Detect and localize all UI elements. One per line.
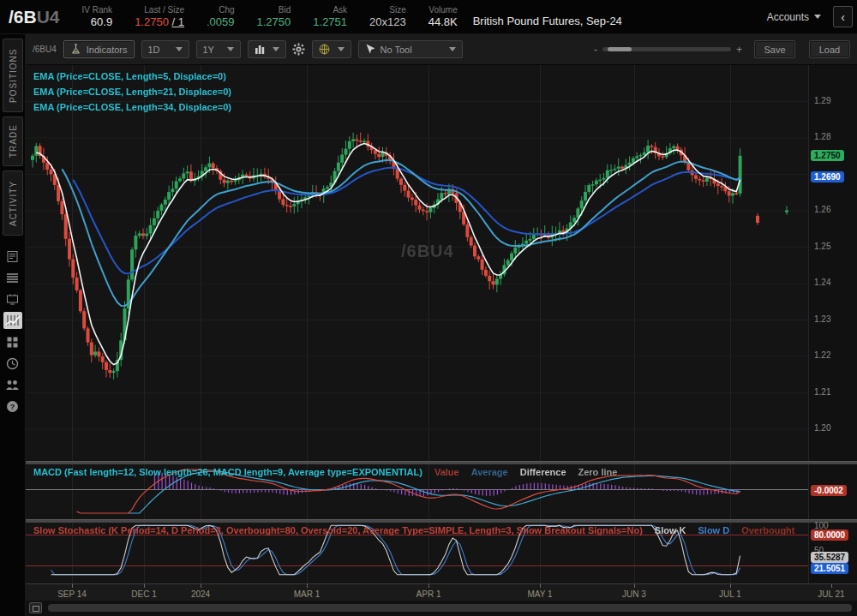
- price-chart-panel[interactable]: /6BU4 EMA (Price=CLOSE, Length=5, Displa…: [26, 65, 808, 461]
- chevron-down-icon: [273, 47, 279, 51]
- monitor-icon[interactable]: [3, 290, 22, 308]
- price-axis[interactable]: 1.29 1.28 1.26 1.25 1.24 1.23 1.22 1.21 …: [808, 65, 857, 461]
- watchlist-icon[interactable]: [3, 269, 22, 286]
- price-tick: 1.20: [814, 423, 830, 433]
- chg-value: .0059: [207, 15, 235, 29]
- macd-axis: -0.0002: [808, 464, 857, 519]
- ema21-study-label[interactable]: EMA (Price=CLOSE, Length=21, Displace=0): [33, 87, 231, 97]
- ema5-study-label[interactable]: EMA (Price=CLOSE, Length=5, Displace=0): [33, 71, 226, 81]
- history-icon[interactable]: [3, 355, 22, 372]
- ask-column: Ask 1.2751: [313, 4, 347, 29]
- price-tick: 1.29: [814, 96, 830, 105]
- macd-study-label[interactable]: MACD (Fast length=12, Slow length=26, MA…: [33, 467, 617, 477]
- save-button[interactable]: Save: [754, 40, 795, 58]
- charts-icon[interactable]: [3, 312, 22, 329]
- ema-value-badge: 1.2690: [811, 171, 844, 182]
- help-icon[interactable]: ?: [3, 398, 22, 415]
- price-tick: 1.24: [814, 278, 830, 287]
- zoom-in-button[interactable]: +: [731, 44, 747, 56]
- bottom-strip: [26, 601, 857, 616]
- news-icon[interactable]: [3, 248, 22, 265]
- volume-column: Volume 44.8K: [428, 4, 458, 29]
- globe-grid-icon: [319, 44, 330, 55]
- price-tick: 1.26: [814, 205, 830, 214]
- time-tick: DEC 1: [131, 589, 156, 599]
- symbol-root: /6B: [9, 7, 37, 27]
- ask-label: Ask: [333, 4, 347, 15]
- last-size-suffix[interactable]: / 1: [172, 15, 184, 28]
- chevron-left-icon: ‹: [841, 10, 845, 24]
- header-bar: /6BU4 IV Rank 60.9 Last / Size 1.2750 / …: [0, 0, 857, 34]
- timeline-settings-button[interactable]: [29, 602, 42, 613]
- accounts-dropdown[interactable]: Accounts: [767, 11, 821, 23]
- grid-icon[interactable]: [3, 333, 22, 350]
- timeframe-value: 1D: [148, 45, 160, 55]
- stochastic-panel[interactable]: Slow Stochastic (K Period=14, D Period=3…: [26, 523, 808, 583]
- slider-handle[interactable]: [608, 47, 632, 51]
- last-value: 1.2750: [135, 15, 169, 28]
- trading-platform-window: /6BU4 IV Rank 60.9 Last / Size 1.2750 / …: [0, 0, 857, 616]
- zoom-out-button[interactable]: -: [589, 44, 602, 56]
- community-icon[interactable]: [3, 376, 22, 393]
- load-button[interactable]: Load: [809, 40, 850, 58]
- time-tick: SEP 14: [57, 589, 87, 599]
- chevron-down-icon: [814, 15, 821, 19]
- size-label: Size: [389, 4, 405, 15]
- chevron-down-icon: [449, 47, 456, 51]
- gear-icon: [292, 43, 305, 56]
- chart-toolbar: /6BU4 Indicators 1D 1Y No Tool -: [26, 34, 857, 65]
- sidebar-tab-positions[interactable]: POSITIONS: [3, 39, 23, 112]
- range-dropdown[interactable]: 1Y: [196, 40, 241, 58]
- drawing-set-dropdown[interactable]: [312, 40, 351, 58]
- iv-rank-value: 60.9: [91, 15, 112, 29]
- price-tick: 1.21: [814, 387, 830, 397]
- chart-settings-button[interactable]: [292, 43, 305, 56]
- sidebar-tab-trade[interactable]: TRADE: [3, 117, 23, 166]
- bid-value[interactable]: 1.2750: [257, 15, 291, 29]
- horizontal-scrollbar[interactable]: [48, 604, 852, 612]
- price-tick: 1.22: [814, 350, 830, 360]
- size-value: 20x123: [369, 15, 406, 29]
- toolbar-symbol-label: /6BU4: [33, 45, 57, 54]
- time-tick: JUL 21: [818, 589, 844, 599]
- sidebar-tab-activity[interactable]: ACTIVITY: [3, 170, 23, 236]
- slowd-value-badge: 21.5051: [811, 563, 848, 574]
- price-tick: 1.23: [814, 314, 830, 324]
- iv-rank-label: IV Rank: [82, 4, 113, 15]
- collapse-panel-button[interactable]: ‹: [833, 6, 853, 27]
- timeframe-dropdown[interactable]: 1D: [141, 40, 189, 58]
- tool-dropdown[interactable]: No Tool: [358, 40, 463, 58]
- price-tick: 1.28: [814, 132, 830, 141]
- stoch-legend-slowd: Slow D: [698, 525, 730, 535]
- time-axis[interactable]: SEP 14 DEC 1 2024 MAR 1 APR 1 MAY 1 JUN …: [26, 583, 857, 601]
- time-tick: JUL 1: [719, 589, 741, 599]
- candlestick-canvas[interactable]: [26, 65, 808, 461]
- last-price-badge: 1.2750: [811, 150, 844, 161]
- macd-legend-value: Value: [434, 467, 459, 477]
- time-tick: MAY 1: [527, 589, 552, 599]
- stoch-study-label[interactable]: Slow Stochastic (K Period=14, D Period=3…: [33, 525, 805, 535]
- cursor-icon: [365, 44, 375, 55]
- chevron-down-icon: [227, 47, 234, 51]
- macd-legend-average: Average: [471, 467, 508, 477]
- ask-value[interactable]: 1.2751: [313, 15, 347, 29]
- overbought-badge: 80.0000: [811, 529, 848, 541]
- time-tick: 2024: [191, 589, 210, 599]
- instrument-description: British Pound Futures, Sep-24: [473, 15, 622, 33]
- indicators-button[interactable]: Indicators: [63, 40, 135, 58]
- flask-icon: [70, 44, 81, 55]
- slowk-value-badge: 35.5287: [811, 552, 848, 563]
- range-value: 1Y: [203, 45, 214, 55]
- bid-label: Bid: [279, 4, 291, 15]
- load-label: Load: [819, 45, 840, 55]
- stoch-legend-overbought: Overbought: [741, 525, 794, 535]
- macd-panel[interactable]: MACD (Fast length=12, Slow length=26, MA…: [26, 464, 808, 519]
- symbol-contract: U4: [37, 7, 60, 27]
- symbol-watermark: /6BU4: [401, 242, 454, 261]
- macd-legend-difference: Difference: [520, 467, 566, 477]
- ema34-study-label[interactable]: EMA (Price=CLOSE, Length=34, Displace=0): [33, 102, 231, 112]
- chart-style-dropdown[interactable]: [248, 40, 286, 58]
- time-zoom-slider[interactable]: [602, 47, 731, 51]
- volume-label: Volume: [428, 4, 457, 15]
- chg-label: Chg: [219, 4, 234, 15]
